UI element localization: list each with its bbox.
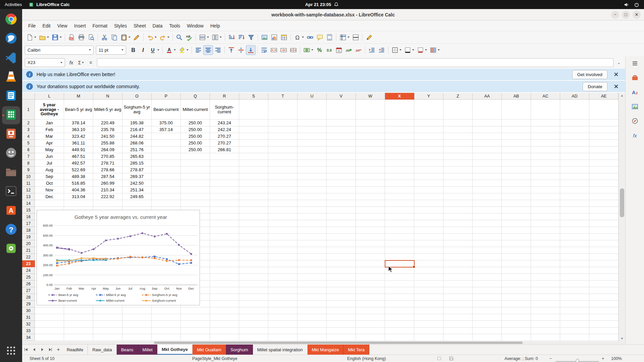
cell-S20[interactable] (239, 240, 268, 247)
cell-S31[interactable] (239, 314, 268, 321)
chevron-down-icon[interactable] (220, 37, 222, 38)
cell-R24[interactable] (210, 267, 239, 274)
cell-P13[interactable] (152, 193, 181, 200)
cell-O33[interactable] (122, 327, 152, 334)
cell-Q3[interactable]: 250.00 (181, 126, 210, 133)
dock-item-gimp[interactable] (2, 144, 20, 163)
cell-S11[interactable] (239, 180, 268, 187)
cell-S15[interactable] (239, 207, 268, 214)
cell-T3[interactable] (268, 126, 298, 133)
cell-AB34[interactable] (502, 334, 531, 341)
cell-L2[interactable]: Jan (35, 120, 64, 126)
maximize-button[interactable]: □ (622, 11, 630, 19)
cell-T16[interactable] (268, 214, 298, 220)
cell-V34[interactable] (327, 334, 356, 341)
cell-Y23[interactable] (414, 260, 443, 267)
cell-L5[interactable]: Apr (35, 140, 64, 146)
cell-X9[interactable] (385, 167, 414, 173)
cell-AA17[interactable] (473, 220, 502, 227)
cell-Y2[interactable] (414, 120, 443, 126)
cell-AE31[interactable] (589, 314, 619, 321)
copy-button[interactable] (109, 33, 119, 42)
cell-V3[interactable] (327, 126, 356, 133)
cell-W30[interactable] (356, 307, 385, 314)
cell-W13[interactable] (356, 193, 385, 200)
cell-L7[interactable]: Jun (35, 153, 64, 160)
border-color-button[interactable] (416, 45, 428, 55)
cell-AD10[interactable] (560, 173, 589, 180)
cell-AB19[interactable] (502, 234, 531, 240)
cell-AC12[interactable] (531, 187, 560, 193)
zoom-slider[interactable] (555, 358, 599, 362)
cell-AD7[interactable] (560, 153, 589, 160)
cell-Q31[interactable] (181, 314, 210, 321)
cell-T28[interactable] (268, 294, 298, 301)
chevron-down-icon[interactable] (425, 49, 427, 51)
cell-T14[interactable] (268, 200, 298, 207)
cell-AD11[interactable] (560, 180, 589, 187)
cell-V15[interactable] (327, 207, 356, 214)
print-button[interactable] (76, 33, 86, 42)
cell-AB17[interactable] (502, 220, 531, 227)
chevron-down-icon[interactable] (47, 37, 49, 38)
menu-edit[interactable]: Edit (39, 21, 54, 30)
cell-AE34[interactable] (589, 334, 619, 341)
cell-T30[interactable] (268, 307, 298, 314)
merge-cells-button[interactable] (279, 45, 288, 55)
cell-N10[interactable]: 287.54 (93, 173, 122, 180)
row-header-5[interactable]: 5 (22, 140, 35, 146)
cell-AC29[interactable] (531, 301, 560, 307)
cell-M14[interactable] (64, 200, 93, 207)
cell-N5[interactable]: 255.88 (93, 140, 122, 146)
system-tray[interactable] (339, 2, 644, 7)
align-bottom-button[interactable] (246, 45, 256, 55)
cell-R1[interactable]: Sorghum-current (210, 100, 239, 120)
cell-Z14[interactable] (443, 200, 473, 207)
cell-R10[interactable] (210, 173, 239, 180)
cell-M33[interactable] (64, 327, 93, 334)
column-header-T[interactable]: T (268, 93, 298, 100)
chevron-down-icon[interactable] (399, 49, 401, 51)
properties-icon[interactable] (631, 74, 639, 83)
cell-Z13[interactable] (443, 193, 473, 200)
cell-AB26[interactable] (502, 281, 531, 287)
column-header-M[interactable]: M (64, 93, 93, 100)
cell-Q33[interactable] (181, 327, 210, 334)
cell-R6[interactable]: 266.81 (210, 146, 239, 153)
cell-AE13[interactable] (589, 193, 619, 200)
cell-X6[interactable] (385, 146, 414, 153)
open-file-button[interactable] (38, 33, 50, 42)
cell-S10[interactable] (239, 173, 268, 180)
cell-AE11[interactable] (589, 180, 619, 187)
cell-AA3[interactable] (473, 126, 502, 133)
cell-Z33[interactable] (443, 327, 473, 334)
cell-Z3[interactable] (443, 126, 473, 133)
chevron-down-icon[interactable] (347, 37, 350, 38)
cell-V29[interactable] (327, 301, 356, 307)
cell-AB25[interactable] (502, 274, 531, 281)
row-header-10[interactable]: 10 (22, 173, 35, 180)
cell-P7[interactable] (152, 153, 181, 160)
cell-Y18[interactable] (414, 227, 443, 234)
menu-format[interactable]: Format (89, 21, 111, 30)
cell-R4[interactable]: 270.27 (210, 133, 239, 140)
cell-Y21[interactable] (414, 247, 443, 254)
split-window-button[interactable] (351, 33, 361, 42)
chevron-down-icon[interactable] (412, 49, 414, 51)
cell-U5[interactable] (298, 140, 327, 146)
language[interactable]: English (Hong Kong) (347, 355, 386, 362)
cell-AD19[interactable] (560, 234, 589, 240)
cell-Q14[interactable] (181, 200, 210, 207)
cell-R12[interactable] (210, 187, 239, 193)
cell-N12[interactable]: 210.34 (93, 187, 122, 193)
cell-W19[interactable] (356, 234, 385, 240)
title-bar[interactable]: workbook-with-sample-database.xlsx - Lib… (22, 9, 644, 20)
cell-V20[interactable] (327, 240, 356, 247)
cell-AE1[interactable] (589, 100, 619, 120)
cell-N14[interactable] (93, 200, 122, 207)
cell-Z9[interactable] (443, 167, 473, 173)
cell-AE26[interactable] (589, 281, 619, 287)
cell-AE4[interactable] (589, 133, 619, 140)
highlighting-color-button[interactable] (177, 45, 190, 55)
cell-AB13[interactable] (502, 193, 531, 200)
